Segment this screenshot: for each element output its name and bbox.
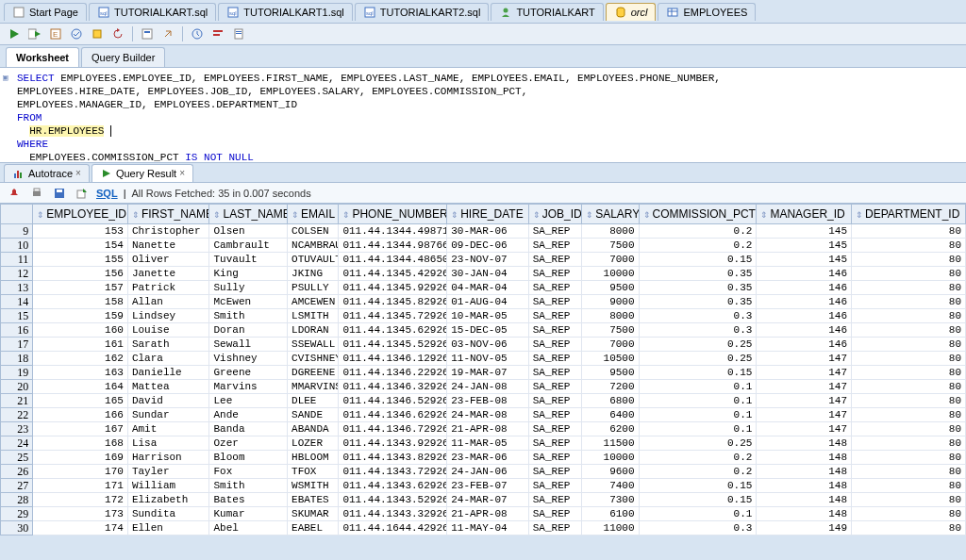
cell[interactable]: 149 <box>757 535 852 536</box>
cell[interactable]: Olsen <box>209 224 288 239</box>
row-number-cell[interactable]: 9 <box>1 224 33 239</box>
cell[interactable]: 011.44.1343.829268 <box>339 451 447 465</box>
cell[interactable]: 09-DEC-06 <box>447 239 529 253</box>
cell[interactable]: 7000 <box>582 338 639 352</box>
cell[interactable]: 0.25 <box>639 535 757 536</box>
cell[interactable]: AMCEWEN <box>288 295 339 309</box>
close-icon[interactable]: × <box>179 168 185 178</box>
row-number-cell[interactable]: 16 <box>1 323 33 338</box>
row-number-cell[interactable]: 12 <box>1 267 33 281</box>
cell[interactable]: Allan <box>127 295 209 309</box>
cell[interactable]: 80 <box>852 493 966 507</box>
cell[interactable]: 80 <box>852 323 966 338</box>
cell[interactable]: SA_REP <box>528 436 581 451</box>
cell[interactable]: 80 <box>852 535 966 536</box>
cell[interactable]: 80 <box>852 352 966 366</box>
row-number-cell[interactable]: 18 <box>1 352 33 366</box>
cell[interactable]: 011.44.1346.329268 <box>339 380 447 394</box>
row-number-cell[interactable]: 30 <box>1 521 33 535</box>
cell[interactable]: 0.35 <box>639 295 757 309</box>
file-tab[interactable]: sqlTUTORIALKART.sql <box>89 3 216 21</box>
cell[interactable]: 172 <box>33 493 128 507</box>
row-number-header[interactable] <box>1 205 33 224</box>
cell[interactable]: 167 <box>33 422 128 436</box>
table-row[interactable]: 25169HarrisonBloomHBLOOM011.44.1343.8292… <box>1 451 966 465</box>
tab-worksheet[interactable]: Worksheet <box>6 47 79 67</box>
save-icon[interactable] <box>51 185 68 202</box>
cell[interactable]: PSULLY <box>288 281 339 295</box>
cell[interactable]: 0.3 <box>639 521 757 535</box>
row-number-cell[interactable]: 25 <box>1 451 33 465</box>
cell[interactable]: 148 <box>757 479 852 493</box>
cell[interactable]: 9600 <box>582 465 639 479</box>
cell[interactable]: 11-MAY-04 <box>447 521 529 535</box>
table-row[interactable]: 28172ElizabethBatesEBATES011.44.1343.529… <box>1 493 966 507</box>
cell[interactable]: 24-JAN-08 <box>447 380 529 394</box>
cell[interactable]: 23-MAR-06 <box>447 451 529 465</box>
file-tab[interactable]: Start Page <box>4 3 87 21</box>
cell[interactable]: Sundar <box>127 408 209 422</box>
cell[interactable]: 145 <box>757 253 852 267</box>
cell[interactable]: 0.25 <box>639 436 757 451</box>
cell[interactable]: 80 <box>852 309 966 323</box>
table-row[interactable]: 22166SundarAndeSANDE011.44.1346.62926824… <box>1 408 966 422</box>
cell[interactable]: 011.44.1346.129268 <box>339 352 447 366</box>
cell[interactable]: 153 <box>33 224 128 239</box>
row-number-cell[interactable]: 23 <box>1 422 33 436</box>
cell[interactable]: Sewall <box>209 338 288 352</box>
cell[interactable]: Louise <box>127 323 209 338</box>
cell[interactable]: 175 <box>33 535 128 536</box>
cell[interactable]: 23-FEB-08 <box>447 394 529 408</box>
cell[interactable]: Nanette <box>127 239 209 253</box>
cell[interactable]: Christopher <box>127 224 209 239</box>
cell[interactable]: 03-NOV-06 <box>447 338 529 352</box>
cell[interactable]: 158 <box>33 295 128 309</box>
col-header[interactable]: ⇕HIRE_DATE <box>447 205 529 224</box>
cell[interactable]: 8000 <box>582 309 639 323</box>
row-number-cell[interactable]: 11 <box>1 253 33 267</box>
cell[interactable]: 147 <box>757 394 852 408</box>
cell[interactable]: 148 <box>757 507 852 521</box>
cell[interactable]: 80 <box>852 366 966 380</box>
cell[interactable]: 0.15 <box>639 253 757 267</box>
cell[interactable]: 170 <box>33 465 128 479</box>
autotrace-icon[interactable] <box>68 25 85 42</box>
cell[interactable]: 01-AUG-04 <box>447 295 529 309</box>
table-row[interactable]: 14158AllanMcEwenAMCEWEN011.44.1345.82926… <box>1 295 966 309</box>
cell[interactable]: 0.2 <box>639 239 757 253</box>
row-number-cell[interactable]: 20 <box>1 380 33 394</box>
cell[interactable]: 011.44.1344.498718 <box>339 224 447 239</box>
cell[interactable]: 80 <box>852 239 966 253</box>
cell[interactable]: 162 <box>33 352 128 366</box>
cell[interactable]: Abel <box>209 521 288 535</box>
cell[interactable]: SA_REP <box>528 338 581 352</box>
cell[interactable]: 21-APR-08 <box>447 422 529 436</box>
cell[interactable]: Banda <box>209 422 288 436</box>
cell[interactable]: 0.1 <box>639 380 757 394</box>
row-number-cell[interactable]: 27 <box>1 479 33 493</box>
row-number-cell[interactable]: 10 <box>1 239 33 253</box>
cell[interactable]: 0.1 <box>639 408 757 422</box>
cell[interactable]: 30-JAN-04 <box>447 267 529 281</box>
row-number-cell[interactable]: 21 <box>1 394 33 408</box>
table-row[interactable]: 10154NanetteCambraultNCAMBRAU011.44.1344… <box>1 239 966 253</box>
col-header[interactable]: ⇕PHONE_NUMBER <box>339 205 447 224</box>
cell[interactable]: 9000 <box>582 295 639 309</box>
cell[interactable]: 148 <box>757 451 852 465</box>
cell[interactable]: 0.3 <box>639 323 757 338</box>
cell[interactable]: 148 <box>757 436 852 451</box>
close-icon[interactable]: × <box>75 168 81 178</box>
row-number-cell[interactable]: 19 <box>1 366 33 380</box>
cell[interactable]: Amit <box>127 422 209 436</box>
col-header[interactable]: ⇕MANAGER_ID <box>757 205 852 224</box>
cell[interactable]: 04-MAR-04 <box>447 281 529 295</box>
run-icon[interactable] <box>6 25 23 42</box>
cell[interactable]: 011.44.1346.229268 <box>339 366 447 380</box>
print-icon[interactable] <box>28 185 45 202</box>
cell[interactable]: 7000 <box>582 253 639 267</box>
cell[interactable]: 156 <box>33 267 128 281</box>
cell[interactable]: Janette <box>127 267 209 281</box>
cell[interactable]: King <box>209 267 288 281</box>
cell[interactable]: SA_REP <box>528 535 581 536</box>
cell[interactable]: 80 <box>852 422 966 436</box>
